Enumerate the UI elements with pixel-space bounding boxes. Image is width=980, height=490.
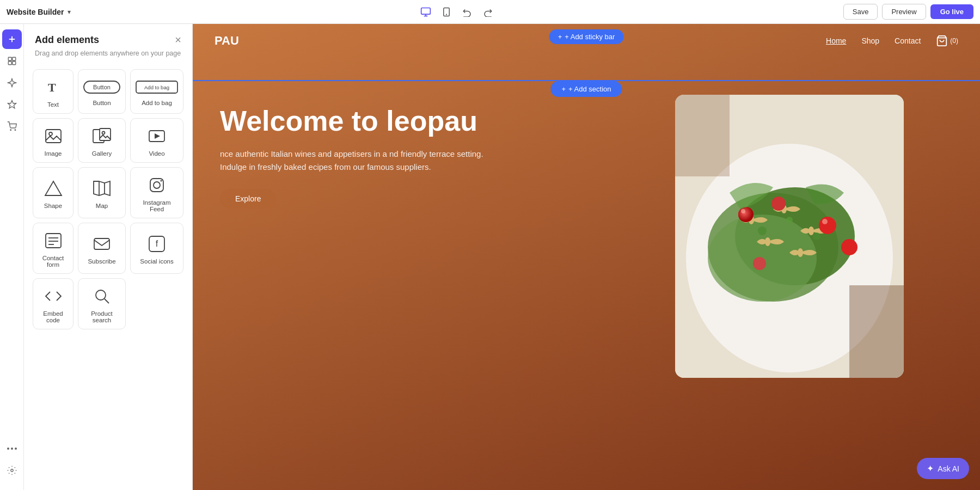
svg-text:Button: Button bbox=[93, 84, 111, 90]
desktop-view-button[interactable] bbox=[418, 4, 434, 20]
svg-point-67 bbox=[822, 219, 828, 224]
sidebar-item-ai[interactable] bbox=[2, 95, 22, 114]
embed-code-icon bbox=[44, 286, 63, 306]
svg-rect-8 bbox=[12, 57, 15, 60]
svg-point-62 bbox=[819, 217, 836, 234]
embed-code-label: Embed code bbox=[38, 310, 69, 323]
go-live-button[interactable]: Go live bbox=[930, 4, 973, 19]
panel-subtitle: Drag and drop elements anywhere on your … bbox=[24, 50, 192, 65]
element-video[interactable]: Video bbox=[130, 118, 183, 163]
instagram-icon bbox=[147, 175, 167, 195]
chevron-icon: ▾ bbox=[68, 8, 71, 16]
panel-close-button[interactable]: × bbox=[175, 34, 181, 46]
gallery-icon bbox=[92, 126, 112, 146]
add-sticky-bar-button[interactable]: + + Add sticky bar bbox=[549, 29, 624, 44]
nav-link-contact[interactable]: Contact bbox=[895, 36, 921, 45]
svg-rect-10 bbox=[12, 62, 15, 65]
social-icons-icon: f bbox=[147, 234, 167, 254]
add-section-button[interactable]: + + Add section bbox=[550, 81, 622, 97]
element-image[interactable]: Image bbox=[33, 118, 74, 163]
svg-point-57 bbox=[758, 226, 767, 235]
svg-point-16 bbox=[15, 448, 17, 450]
website-canvas: PAU Home Shop Contact (0) + + Add sectio… bbox=[193, 24, 980, 490]
panel-title: Add elements bbox=[35, 34, 99, 46]
element-embed-code[interactable]: Embed code bbox=[33, 278, 74, 329]
svg-point-36 bbox=[161, 180, 162, 182]
svg-point-59 bbox=[813, 232, 820, 240]
video-label: Video bbox=[149, 150, 164, 157]
svg-rect-41 bbox=[94, 238, 109, 249]
element-instagram[interactable]: Instagram Feed bbox=[130, 167, 183, 218]
top-bar-right: Save Preview Go live bbox=[843, 4, 973, 20]
instagram-label: Instagram Feed bbox=[135, 199, 179, 212]
sidebar-item-design[interactable] bbox=[2, 73, 22, 93]
hero-content: Welcome to leopau nce authentic Italian … bbox=[220, 106, 492, 209]
svg-point-64 bbox=[841, 239, 857, 255]
sidebar-item-more[interactable] bbox=[2, 439, 22, 458]
plus-sticky-icon: + bbox=[558, 33, 562, 41]
map-icon bbox=[92, 179, 112, 198]
plus-section-icon: + bbox=[561, 85, 566, 93]
app-name: Website Builder bbox=[7, 8, 64, 16]
save-button[interactable]: Save bbox=[843, 4, 878, 20]
sidebar-item-layers[interactable] bbox=[2, 51, 22, 71]
svg-line-45 bbox=[105, 299, 109, 303]
element-contact-form[interactable]: Contact form bbox=[33, 223, 74, 274]
preview-button[interactable]: Preview bbox=[882, 4, 926, 20]
svg-point-24 bbox=[49, 132, 52, 136]
svg-rect-7 bbox=[8, 57, 11, 60]
sidebar-item-settings[interactable] bbox=[2, 461, 22, 480]
svg-point-66 bbox=[741, 209, 745, 213]
svg-point-14 bbox=[7, 448, 9, 450]
undo-button[interactable] bbox=[459, 4, 475, 20]
mobile-view-button[interactable] bbox=[438, 4, 455, 20]
nav-link-shop[interactable]: Shop bbox=[861, 36, 879, 45]
svg-point-54 bbox=[808, 226, 814, 235]
svg-rect-69 bbox=[849, 285, 904, 378]
element-button[interactable]: Button Button bbox=[78, 69, 126, 114]
element-map[interactable]: Map bbox=[78, 167, 126, 218]
svg-marker-30 bbox=[45, 181, 62, 195]
svg-point-15 bbox=[11, 448, 13, 450]
element-shape[interactable]: Shape bbox=[33, 167, 74, 218]
element-subscribe[interactable]: Subscribe bbox=[78, 223, 126, 274]
svg-point-58 bbox=[786, 217, 793, 223]
element-add-to-bag[interactable]: Add to bag Add to bag bbox=[130, 69, 183, 114]
svg-rect-0 bbox=[421, 8, 431, 14]
svg-text:T: T bbox=[48, 81, 56, 94]
svg-point-56 bbox=[798, 248, 803, 257]
svg-text:f: f bbox=[156, 239, 158, 248]
explore-button[interactable]: Explore bbox=[220, 189, 276, 209]
cart-count: (0) bbox=[950, 37, 958, 45]
product-search-label: Product search bbox=[83, 310, 121, 323]
redo-button[interactable] bbox=[480, 4, 496, 20]
svg-point-12 bbox=[10, 130, 11, 131]
gallery-label: Gallery bbox=[92, 150, 112, 157]
svg-marker-29 bbox=[155, 133, 160, 139]
element-gallery[interactable]: Gallery bbox=[78, 118, 126, 163]
sidebar-item-store[interactable] bbox=[2, 117, 22, 136]
element-text[interactable]: T Text bbox=[33, 69, 74, 114]
button-icon: Button bbox=[83, 79, 121, 95]
button-label: Button bbox=[93, 100, 111, 106]
svg-marker-11 bbox=[8, 101, 16, 108]
top-bar-left: Website Builder ▾ bbox=[7, 8, 71, 16]
image-label: Image bbox=[45, 150, 62, 157]
contact-form-label: Contact form bbox=[38, 255, 69, 268]
sidebar-item-add[interactable] bbox=[2, 29, 22, 49]
element-social-icons[interactable]: f Social icons bbox=[130, 223, 183, 274]
shape-icon bbox=[44, 179, 63, 198]
svg-rect-9 bbox=[8, 62, 11, 65]
svg-point-17 bbox=[10, 469, 13, 472]
cart-icon[interactable]: (0) bbox=[936, 35, 958, 47]
subscribe-label: Subscribe bbox=[88, 258, 115, 265]
hero-title: Welcome to leopau bbox=[220, 106, 492, 137]
ai-star-icon: ✦ bbox=[927, 463, 934, 474]
svg-point-44 bbox=[96, 290, 106, 300]
text-icon: T bbox=[44, 77, 63, 97]
map-label: Map bbox=[96, 203, 108, 209]
element-product-search[interactable]: Product search bbox=[78, 278, 126, 329]
elements-panel: Add elements × Drag and drop elements an… bbox=[24, 24, 193, 490]
ask-ai-button[interactable]: ✦ Ask AI bbox=[917, 458, 969, 479]
nav-link-home[interactable]: Home bbox=[826, 36, 846, 45]
